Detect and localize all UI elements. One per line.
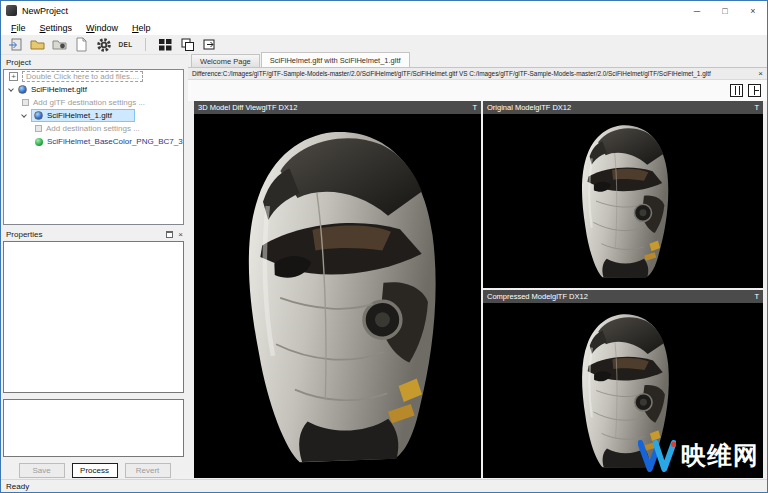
main-area: Welcome Page SciFiHelmet.gltf with SciFi…: [188, 53, 767, 479]
save-button[interactable]: Save: [19, 463, 65, 478]
model-sphere-icon: [18, 85, 27, 94]
window-title: NewProject: [22, 6, 683, 16]
mosaic-view-icon[interactable]: [157, 36, 174, 53]
tree-item-label: SciFiHelmet_BaseColor_PNG_BC7_3: [47, 137, 183, 146]
viewport-title: Original ModelglTF DX12: [487, 103, 571, 112]
watermark-logo-icon: [638, 440, 676, 472]
diff-viewport-header: 3D Model Diff ViewglTF DX12 T: [194, 101, 481, 114]
watermark-text: 映维网: [681, 439, 759, 472]
tree-item-add-gltf-settings[interactable]: Add glTF destination settings ...: [4, 96, 183, 109]
revert-button[interactable]: Revert: [125, 463, 171, 478]
layout-columns-icon[interactable]: [730, 84, 743, 97]
project-panel-title-label: Project: [6, 58, 31, 67]
tab-welcome-page[interactable]: Welcome Page: [191, 54, 260, 67]
app-icon: [6, 5, 17, 16]
project-tree: + Double Click here to add files.... Sci…: [3, 69, 184, 225]
close-panel-icon[interactable]: ×: [178, 231, 183, 238]
new-document-icon[interactable]: [73, 36, 90, 53]
menu-file[interactable]: File: [4, 23, 33, 33]
selected-item-highlight: SciFiHelmet_1.gltf: [31, 109, 135, 122]
texture-status-icon: [35, 138, 43, 146]
properties-panel-title: Properties ×: [1, 227, 188, 241]
expander-icon[interactable]: [8, 86, 14, 92]
info-content: [3, 399, 184, 457]
window-view-icon[interactable]: [201, 36, 218, 53]
menu-window[interactable]: Window: [79, 23, 125, 33]
add-files-icon: +: [9, 72, 18, 81]
properties-content: [3, 241, 184, 393]
viewport-title: 3D Model Diff ViewglTF DX12: [198, 103, 297, 112]
open-folder-icon[interactable]: [29, 36, 46, 53]
tree-item-label: Double Click here to add files....: [22, 71, 143, 82]
viewport-toolbar: [188, 80, 767, 101]
original-3d-view[interactable]: [483, 114, 763, 288]
texture-toggle[interactable]: T: [472, 103, 477, 112]
compressed-viewport-header: Compressed ModelglTF DX12 T: [483, 290, 763, 303]
texture-toggle[interactable]: T: [754, 103, 759, 112]
add-setting-icon: [22, 99, 29, 106]
tree-item-scifihelmet[interactable]: SciFiHelmet.gltf: [4, 83, 183, 96]
tree-item-scifihelmet-1[interactable]: SciFiHelmet_1.gltf: [4, 109, 183, 122]
tree-item-add-dest-settings[interactable]: Add destination settings ...: [4, 122, 183, 135]
tree-item-label: SciFiHelmet_1.gltf: [47, 111, 112, 120]
maximize-button[interactable]: □: [711, 1, 739, 20]
diff-3d-view[interactable]: [194, 114, 481, 478]
import-folder-icon[interactable]: [51, 36, 68, 53]
tree-item-label: Add glTF destination settings ...: [33, 98, 145, 107]
difference-bar: Difference:C:/Images/glTF/glTF-Sample-Mo…: [188, 68, 767, 80]
helmet-render: [205, 119, 470, 473]
titlebar: NewProject ─ □ ×: [1, 1, 767, 20]
tabbar: Welcome Page SciFiHelmet.gltf with SciFi…: [188, 53, 767, 68]
viewport-grid: 3D Model Diff ViewglTF DX12 T Original M…: [194, 101, 763, 478]
project-panel: Project + Double Click here to add files…: [1, 55, 188, 479]
add-setting-icon: [35, 125, 42, 132]
layout-mixed-icon[interactable]: [748, 84, 761, 97]
helmet-render: [564, 121, 681, 281]
original-viewport: Original ModelglTF DX12 T: [483, 101, 763, 288]
tree-item-add-files[interactable]: + Double Click here to add files....: [4, 70, 183, 83]
open-model-icon[interactable]: [7, 36, 24, 53]
copy-view-icon[interactable]: [179, 36, 196, 53]
close-button[interactable]: ×: [739, 1, 767, 20]
project-panel-title: Project: [1, 55, 188, 69]
watermark: 映维网: [638, 439, 759, 472]
menu-help[interactable]: Help: [125, 23, 158, 33]
tree-item-label: Add destination settings ...: [46, 124, 140, 133]
status-text: Ready: [6, 482, 29, 491]
process-button[interactable]: Process: [72, 463, 118, 478]
app-window: NewProject ─ □ × File Settings Window He…: [0, 0, 768, 493]
viewport-title: Compressed ModelglTF DX12: [487, 292, 588, 301]
settings-gear-icon[interactable]: [95, 36, 112, 53]
properties-panel-title-label: Properties: [6, 230, 42, 239]
diff-viewport: 3D Model Diff ViewglTF DX12 T: [194, 101, 481, 478]
original-viewport-header: Original ModelglTF DX12 T: [483, 101, 763, 114]
delete-icon[interactable]: DEL: [117, 36, 134, 53]
menu-settings[interactable]: Settings: [33, 23, 80, 33]
tree-item-label: SciFiHelmet.gltf: [31, 85, 87, 94]
expander-icon[interactable]: [21, 112, 27, 118]
tab-helmet-diff[interactable]: SciFiHelmet.gltf with SciFiHelmet_1.gltf: [261, 52, 410, 67]
tree-item-basecolor-texture[interactable]: SciFiHelmet_BaseColor_PNG_BC7_3: [4, 135, 183, 148]
statusbar: Ready: [1, 479, 767, 492]
toolbar-separator: [145, 38, 146, 51]
minimize-button[interactable]: ─: [683, 1, 711, 20]
delete-icon-label: DEL: [119, 41, 133, 48]
model-sphere-icon: [34, 111, 43, 120]
menubar: File Settings Window Help: [1, 20, 767, 35]
float-panel-icon[interactable]: [166, 231, 173, 238]
project-buttons: Save Process Revert: [1, 463, 188, 478]
difference-text: Difference:C:/Images/glTF/glTF-Sample-Mo…: [192, 70, 711, 77]
texture-toggle[interactable]: T: [754, 292, 759, 301]
close-diff-icon[interactable]: ×: [754, 69, 763, 78]
